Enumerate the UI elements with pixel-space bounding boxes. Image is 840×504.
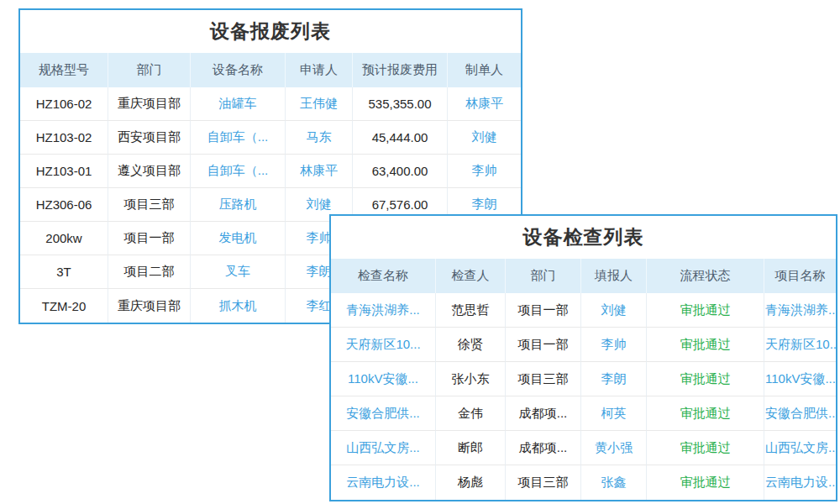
text-cell: 金伟 bbox=[436, 396, 506, 431]
inspection-table-body: 青海洪湖养...范思哲项目一部刘健审批通过青海洪湖养...天府新区10...徐贤… bbox=[331, 293, 836, 500]
link-cell[interactable]: 压路机 bbox=[191, 188, 286, 222]
text-cell: 535,355.00 bbox=[353, 87, 448, 121]
column-header: 申请人 bbox=[286, 53, 353, 87]
link-cell[interactable]: 林康平 bbox=[448, 87, 521, 121]
link-cell[interactable]: 黄小强 bbox=[581, 431, 647, 465]
text-cell: 项目一部 bbox=[506, 293, 581, 328]
inspection-header-row: 检查名称检查人部门填报人流程状态项目名称 bbox=[331, 259, 836, 293]
column-header: 制单人 bbox=[448, 53, 521, 87]
table-row: 山西弘文房...断郎成都项...黄小强审批通过山西弘文房... bbox=[331, 431, 836, 465]
link-cell[interactable]: 自卸车（... bbox=[191, 121, 286, 155]
column-header: 规格型号 bbox=[20, 53, 108, 87]
text-cell: 西安项目部 bbox=[108, 121, 191, 155]
table-row: 110kV安徽...张小东项目三部李朗审批通过110kV安徽... bbox=[331, 362, 836, 396]
table-row: 安徽合肥供...金伟成都项...柯英审批通过安徽合肥供... bbox=[331, 396, 836, 431]
link-cell[interactable]: 马东 bbox=[286, 121, 353, 155]
inspection-list-panel: 设备检查列表 检查名称检查人部门填报人流程状态项目名称 青海洪湖养...范思哲项… bbox=[329, 214, 837, 501]
text-cell: 项目三部 bbox=[506, 362, 581, 396]
status-cell: 审批通过 bbox=[647, 465, 764, 500]
text-cell: 项目一部 bbox=[108, 222, 191, 255]
text-cell: 断郎 bbox=[436, 431, 506, 465]
text-cell: 张小东 bbox=[436, 362, 506, 396]
table-row: 青海洪湖养...范思哲项目一部刘健审批通过青海洪湖养... bbox=[331, 293, 836, 328]
link-cell[interactable]: 王伟健 bbox=[286, 87, 353, 121]
link-cell[interactable]: 林康平 bbox=[286, 155, 353, 188]
column-header: 预计报废费用 bbox=[353, 53, 448, 87]
text-cell: 项目三部 bbox=[506, 465, 581, 500]
link-cell[interactable]: 叉车 bbox=[191, 255, 286, 289]
text-cell: 项目二部 bbox=[108, 255, 191, 289]
text-cell: 遵义项目部 bbox=[108, 155, 191, 188]
column-header: 检查人 bbox=[436, 259, 506, 293]
link-cell[interactable]: 山西弘文房... bbox=[764, 431, 836, 465]
table-row: HZ103-02西安项目部自卸车（...马东45,444.00刘健 bbox=[20, 121, 521, 155]
column-header: 填报人 bbox=[581, 259, 647, 293]
table-row: 云南电力设...杨彪项目三部张鑫审批通过云南电力设... bbox=[331, 465, 836, 500]
link-cell[interactable]: 安徽合肥供... bbox=[331, 396, 436, 431]
text-cell: 范思哲 bbox=[436, 293, 506, 328]
column-header: 设备名称 bbox=[191, 53, 286, 87]
table-row: HZ103-01遵义项目部自卸车（...林康平63,400.00李帅 bbox=[20, 155, 521, 188]
column-header: 检查名称 bbox=[331, 259, 436, 293]
text-cell: 成都项... bbox=[506, 431, 581, 465]
link-cell[interactable]: 李帅 bbox=[581, 328, 647, 362]
link-cell[interactable]: 刘健 bbox=[581, 293, 647, 328]
link-cell[interactable]: 青海洪湖养... bbox=[764, 293, 836, 328]
link-cell[interactable]: 刘健 bbox=[448, 121, 521, 155]
text-cell: 成都项... bbox=[506, 396, 581, 431]
table-row: HZ106-02重庆项目部油罐车王伟健535,355.00林康平 bbox=[20, 87, 521, 121]
status-cell: 审批通过 bbox=[647, 396, 764, 431]
link-cell[interactable]: 天府新区10... bbox=[331, 328, 436, 362]
link-cell[interactable]: 油罐车 bbox=[191, 87, 286, 121]
scrap-list-title: 设备报废列表 bbox=[20, 10, 521, 53]
text-cell: HZ103-02 bbox=[20, 121, 108, 155]
text-cell: HZ106-02 bbox=[20, 87, 108, 121]
link-cell[interactable]: 云南电力设... bbox=[331, 465, 436, 500]
text-cell: HZ306-06 bbox=[20, 188, 108, 222]
text-cell: HZ103-01 bbox=[20, 155, 108, 188]
inspection-list-table: 检查名称检查人部门填报人流程状态项目名称 青海洪湖养...范思哲项目一部刘健审批… bbox=[331, 259, 836, 500]
link-cell[interactable]: 天府新区10... bbox=[764, 328, 836, 362]
link-cell[interactable]: 山西弘文房... bbox=[331, 431, 436, 465]
link-cell[interactable]: 自卸车（... bbox=[191, 155, 286, 188]
text-cell: 徐贤 bbox=[436, 328, 506, 362]
text-cell: 45,444.00 bbox=[353, 121, 448, 155]
text-cell: TZM-20 bbox=[20, 289, 108, 323]
link-cell[interactable]: 李帅 bbox=[448, 155, 521, 188]
status-cell: 审批通过 bbox=[647, 362, 764, 396]
table-row: 天府新区10...徐贤项目一部李帅审批通过天府新区10... bbox=[331, 328, 836, 362]
text-cell: 杨彪 bbox=[436, 465, 506, 500]
column-header: 项目名称 bbox=[764, 259, 836, 293]
text-cell: 项目一部 bbox=[506, 328, 581, 362]
text-cell: 3T bbox=[20, 255, 108, 289]
status-cell: 审批通过 bbox=[647, 328, 764, 362]
column-header: 流程状态 bbox=[647, 259, 764, 293]
link-cell[interactable]: 李朗 bbox=[581, 362, 647, 396]
link-cell[interactable]: 张鑫 bbox=[581, 465, 647, 500]
inspection-list-title: 设备检查列表 bbox=[331, 216, 836, 259]
link-cell[interactable]: 柯英 bbox=[581, 396, 647, 431]
link-cell[interactable]: 110kV安徽... bbox=[331, 362, 436, 396]
link-cell[interactable]: 云南电力设... bbox=[764, 465, 836, 500]
text-cell: 200kw bbox=[20, 222, 108, 255]
link-cell[interactable]: 发电机 bbox=[191, 222, 286, 255]
column-header: 部门 bbox=[108, 53, 191, 87]
link-cell[interactable]: 110kV安徽... bbox=[764, 362, 836, 396]
text-cell: 重庆项目部 bbox=[108, 87, 191, 121]
link-cell[interactable]: 安徽合肥供... bbox=[764, 396, 836, 431]
text-cell: 63,400.00 bbox=[353, 155, 448, 188]
column-header: 部门 bbox=[506, 259, 581, 293]
status-cell: 审批通过 bbox=[647, 293, 764, 328]
scrap-header-row: 规格型号部门设备名称申请人预计报废费用制单人 bbox=[20, 53, 521, 87]
text-cell: 重庆项目部 bbox=[108, 289, 191, 323]
link-cell[interactable]: 抓木机 bbox=[191, 289, 286, 323]
status-cell: 审批通过 bbox=[647, 431, 764, 465]
text-cell: 项目三部 bbox=[108, 188, 191, 222]
link-cell[interactable]: 青海洪湖养... bbox=[331, 293, 436, 328]
